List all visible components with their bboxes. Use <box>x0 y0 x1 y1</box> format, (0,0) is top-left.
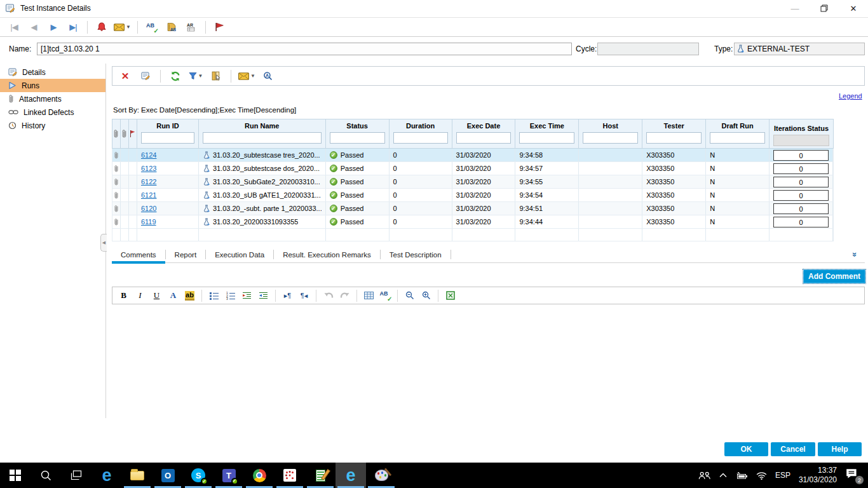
bold-button[interactable]: B <box>116 289 131 302</box>
filter-host-input[interactable] <box>583 132 638 144</box>
first-entity-button[interactable]: |◀ <box>6 20 22 35</box>
italic-button[interactable]: I <box>133 289 147 302</box>
spell-check-button[interactable]: AB✓ <box>144 20 159 35</box>
tray-chevron-up-icon[interactable] <box>719 473 727 478</box>
name-input[interactable] <box>37 43 572 55</box>
delete-run-button[interactable]: ✕ <box>118 69 133 84</box>
iterations-status-box[interactable]: 0 <box>773 150 829 161</box>
iterations-status-box[interactable]: 0 <box>773 190 829 201</box>
filter-exec-date-input[interactable] <box>456 132 512 144</box>
column-header-status[interactable]: Status <box>346 119 368 132</box>
filter-tester-input[interactable] <box>646 132 702 144</box>
grid-mail-dropdown-arrow[interactable]: ▼ <box>250 73 255 79</box>
send-mail-button[interactable]: ▼ <box>114 20 131 35</box>
cancel-button[interactable]: Cancel <box>771 442 815 456</box>
column-header-tester[interactable]: Tester <box>664 119 684 132</box>
tab-test-description[interactable]: Test Description <box>381 247 451 262</box>
minimize-button[interactable]: — <box>780 0 810 17</box>
redo-button[interactable] <box>337 289 352 302</box>
refresh-button[interactable] <box>168 69 183 84</box>
taskbar-skype-button[interactable]: S✓ <box>183 463 214 488</box>
iterations-status-box[interactable]: 0 <box>773 203 829 214</box>
taskbar-clock[interactable]: 13:37 31/03/2020 <box>799 466 837 485</box>
follow-up-flag-button[interactable] <box>212 20 227 35</box>
zoom-in-button[interactable] <box>419 289 433 302</box>
taskbar-outlook-button[interactable]: O <box>153 463 183 488</box>
last-entity-button[interactable]: ▶| <box>65 20 81 35</box>
filter-run-name-input[interactable] <box>203 132 322 144</box>
taskbar-notes-button[interactable] <box>305 463 336 488</box>
table-row[interactable]: 6122 31.03.20_SubGate2_202003310... ✓ Pa… <box>112 175 834 189</box>
filter-dropdown-arrow[interactable]: ▼ <box>198 73 203 79</box>
taskbar-edge-button[interactable]: e <box>92 463 122 488</box>
column-header-run-name[interactable]: Run Name <box>245 119 279 132</box>
select-columns-button[interactable] <box>208 69 224 84</box>
add-comment-button[interactable]: Add Comment <box>803 269 865 283</box>
battery-icon[interactable] <box>735 471 748 479</box>
legend-link[interactable]: Legend <box>839 92 862 100</box>
fullscreen-button[interactable] <box>443 289 458 302</box>
undo-button[interactable] <box>321 289 336 302</box>
right-to-left-button[interactable]: ¶◂ <box>297 289 311 302</box>
tab-result-execution-remarks[interactable]: Result. Execution Remarks <box>274 247 380 262</box>
column-header-exec-date[interactable]: Exec Date <box>467 119 501 132</box>
taskbar-internet-explorer-button[interactable]: e <box>336 463 366 488</box>
left-to-right-button[interactable]: ▸¶ <box>280 289 295 302</box>
zoom-out-button[interactable] <box>402 289 417 302</box>
header-flag-column[interactable] <box>129 119 137 148</box>
iterations-status-box[interactable]: 0 <box>773 177 829 187</box>
run-details-button[interactable] <box>138 69 153 84</box>
run-id-link[interactable]: 6121 <box>141 191 156 199</box>
insert-table-button[interactable] <box>362 289 376 302</box>
filter-draft-run-input[interactable] <box>710 132 765 144</box>
next-entity-button[interactable]: ▶ <box>46 20 61 35</box>
column-header-duration[interactable]: Duration <box>406 119 435 132</box>
table-row[interactable]: 6119 31.03.20_20200331093355 ✓ Passed 0 … <box>112 215 834 229</box>
tab-comments[interactable]: Comments <box>112 247 165 262</box>
task-view-button[interactable] <box>61 463 92 488</box>
notification-center-button[interactable]: 2 <box>845 468 862 483</box>
sidebar-item-attachments[interactable]: Attachments <box>0 92 105 105</box>
grid-mail-button[interactable]: ▼ <box>238 69 255 84</box>
indent-button[interactable] <box>240 289 254 302</box>
run-id-link[interactable]: 6120 <box>141 205 156 212</box>
help-button[interactable]: Help <box>818 442 862 456</box>
filter-duration-input[interactable] <box>393 132 448 144</box>
column-header-iterations-status[interactable]: Iterations Status <box>774 122 829 134</box>
wifi-icon[interactable] <box>756 471 767 480</box>
header-attachment-column[interactable] <box>112 119 121 148</box>
taskbar-paint-button[interactable] <box>366 463 397 488</box>
column-header-draft-run[interactable]: Draft Run <box>722 119 754 132</box>
iterations-status-box[interactable]: 0 <box>773 163 829 174</box>
mail-dropdown-arrow[interactable]: ▼ <box>126 24 131 30</box>
column-header-run-id[interactable]: Run ID <box>156 119 179 132</box>
taskbar-teams-button[interactable]: T✓ <box>214 463 244 488</box>
table-row[interactable]: 6124 31.03.20_subtestcase tres_2020... ✓… <box>112 149 834 162</box>
taskbar-alm-button[interactable] <box>275 463 305 488</box>
table-row[interactable]: 6121 31.03.20_sUB gATE1_20200331... ✓ Pa… <box>112 189 834 202</box>
column-header-exec-time[interactable]: Exec Time <box>530 119 564 132</box>
filter-status-input[interactable] <box>330 132 385 144</box>
header-attachment-column-2[interactable] <box>121 119 129 148</box>
sidebar-item-details[interactable]: Details <box>0 65 105 79</box>
comment-text-area[interactable] <box>112 304 865 417</box>
outdent-button[interactable] <box>256 289 271 302</box>
column-header-host[interactable]: Host <box>603 119 618 132</box>
chevron-double-down-icon[interactable]: » <box>850 252 860 257</box>
run-id-link[interactable]: 6122 <box>141 178 156 186</box>
font-color-button[interactable]: A <box>166 289 180 302</box>
table-row[interactable]: 6123 31.03.20_subtestcase dos_2020... ✓ … <box>112 162 834 175</box>
people-tray-icon[interactable] <box>698 471 711 480</box>
ok-button[interactable]: OK <box>724 442 768 456</box>
language-indicator[interactable]: ESP <box>775 471 790 480</box>
run-id-link[interactable]: 6124 <box>141 151 156 159</box>
restore-button[interactable] <box>810 0 839 17</box>
filter-run-id-input[interactable] <box>141 132 194 144</box>
table-row[interactable]: 6120 31.03.20_-subt. parte 1_2020033... … <box>112 202 834 215</box>
iterations-status-box[interactable]: 0 <box>773 217 829 227</box>
close-button[interactable]: ✕ <box>839 0 868 17</box>
highlight-button[interactable]: ab <box>185 291 194 301</box>
start-button[interactable] <box>0 463 31 488</box>
filter-button[interactable]: ▼ <box>188 69 203 84</box>
numbered-list-button[interactable]: 123 <box>223 289 238 302</box>
